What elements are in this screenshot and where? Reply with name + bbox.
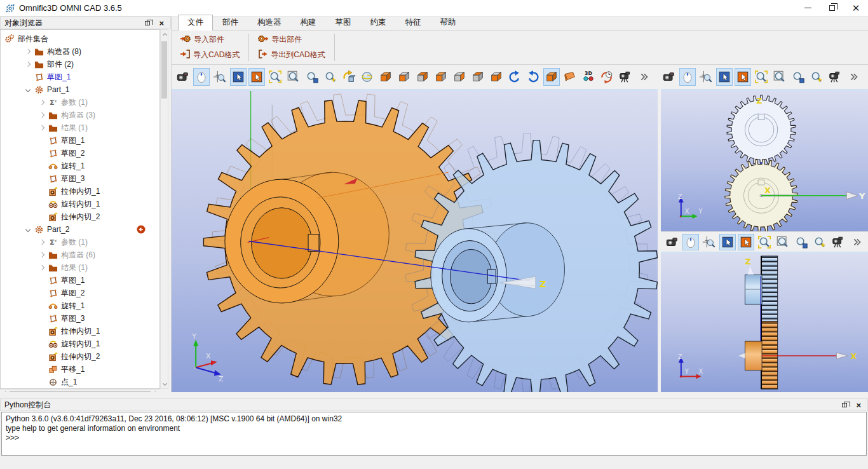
tree-item-草图_2[interactable]: 草图_2 [1, 147, 159, 160]
view-back-button[interactable] [414, 68, 431, 86]
tree-item-点_1[interactable]: 点_1 [1, 376, 159, 388]
view-iso-button[interactable] [377, 68, 394, 86]
zoom-fit-button[interactable] [267, 68, 283, 86]
zoom-in-button[interactable] [322, 68, 339, 86]
zoom-window-button[interactable] [775, 234, 791, 250]
mouse-select-button[interactable] [679, 68, 696, 86]
snapshot-button[interactable] [175, 68, 191, 86]
box-select-orange-button[interactable] [248, 68, 265, 86]
turntable-button[interactable] [599, 68, 615, 86]
tree-item-结果 (1)[interactable]: 结果 (1) [1, 121, 159, 134]
zoom-window-button[interactable] [285, 68, 302, 86]
front-view-viewport[interactable]: Z X Y Z X Y [661, 89, 868, 231]
box-select-orange-button[interactable] [735, 68, 751, 86]
zoom-selected-button[interactable] [304, 68, 320, 86]
view-top-button[interactable] [470, 68, 486, 86]
close-button[interactable]: ✕ [844, 0, 868, 16]
tab-构造器[interactable]: 构造器 [248, 15, 291, 30]
tree-item-拉伸内切_2[interactable]: 拉伸内切_2 [1, 350, 159, 363]
side-view-viewport[interactable]: Z X Z Y X [661, 252, 868, 392]
overflow-button[interactable] [635, 68, 652, 86]
render-mode-button[interactable] [617, 68, 634, 86]
expand-chevron-icon[interactable] [36, 266, 48, 269]
stereo-3d-button[interactable]: 3D [580, 68, 597, 86]
tree-item-平移_1[interactable]: 平移_1 [1, 363, 159, 376]
export-part-button[interactable]: 导出部件 [255, 33, 327, 46]
tab-帮助[interactable]: 帮助 [431, 15, 466, 30]
tree-item-草图_1[interactable]: 草图_1 [1, 274, 159, 287]
tab-草图[interactable]: 草图 [326, 15, 361, 30]
float-panel-icon[interactable] [842, 403, 847, 407]
box-select-blue-button[interactable] [719, 234, 736, 250]
zoom-selected-button[interactable] [793, 234, 810, 250]
expand-chevron-icon[interactable] [36, 113, 48, 117]
tree-item-Part_1[interactable]: Part_1 [1, 83, 159, 96]
tree-item-结果 (1)[interactable]: 结果 (1) [1, 261, 159, 274]
view-right-button[interactable] [451, 68, 468, 86]
main-3d-viewport[interactable]: Z Y X Z [172, 89, 658, 392]
mouse-select-button[interactable] [193, 68, 210, 86]
pick-point-button[interactable] [212, 68, 228, 86]
tree-item-部件 (2)[interactable]: 部件 (2) [1, 58, 159, 71]
zoom-fit-button[interactable] [753, 68, 770, 86]
box-select-blue-button[interactable] [716, 68, 733, 86]
expand-chevron-icon[interactable] [36, 126, 48, 130]
scroll-thumb[interactable] [161, 41, 167, 99]
tree-item-构造器 (8)[interactable]: 构造器 (8) [1, 45, 159, 58]
tree-item-参数 (1)[interactable]: Σx参数 (1) [1, 236, 159, 248]
zoom-window-button[interactable] [771, 68, 788, 86]
perspective-button[interactable] [543, 68, 560, 86]
overflow-button[interactable] [848, 234, 865, 250]
tree-item-拉伸内切_1[interactable]: 拉伸内切_1 [1, 185, 159, 198]
import-part-button[interactable]: 导入部件 [178, 33, 242, 46]
expand-chevron-icon[interactable] [22, 62, 34, 66]
clip-plane-button[interactable] [562, 68, 578, 86]
tree-item-旋转_1[interactable]: 旋转_1 [1, 160, 159, 172]
view-orientation-button[interactable] [359, 68, 376, 86]
import-cad-button[interactable]: 导入CAD格式 [178, 48, 242, 62]
expand-chevron-icon[interactable] [22, 50, 34, 53]
zoom-in-button[interactable] [808, 68, 825, 86]
close-panel-icon[interactable]: × [856, 401, 861, 409]
float-panel-icon[interactable] [145, 21, 150, 25]
tree-vertical-scrollbar[interactable] [160, 29, 168, 389]
tree-item-旋转_1[interactable]: 旋转_1 [1, 299, 159, 312]
expand-chevron-icon[interactable] [36, 240, 48, 244]
expand-chevron-icon[interactable] [36, 253, 48, 257]
tree-item-拉伸内切_1[interactable]: 拉伸内切_1 [1, 325, 159, 337]
render-mode-button[interactable] [830, 234, 846, 250]
python-console-output[interactable]: Python 3.6.0 (v3.6.0:41df79263a11, Dec 2… [1, 412, 867, 456]
tree-item-构造器 (6)[interactable]: 构造器 (6) [1, 248, 159, 261]
tree-item-草图_2[interactable]: 草图_2 [1, 287, 159, 299]
restore-button[interactable] [820, 0, 844, 16]
overflow-button[interactable] [845, 68, 862, 86]
box-select-orange-button[interactable] [738, 234, 754, 250]
expand-chevron-icon[interactable] [36, 100, 48, 104]
scroll-down-arrow[interactable] [161, 380, 169, 388]
undo-button[interactable] [506, 68, 523, 86]
mouse-select-button[interactable] [682, 234, 699, 250]
snapshot-button[interactable] [664, 234, 681, 250]
zoom-selected-button[interactable] [790, 68, 806, 86]
box-select-blue-button[interactable] [230, 68, 247, 86]
tab-文件[interactable]: 文件 [178, 15, 213, 31]
pick-point-button[interactable] [701, 234, 717, 250]
tree-item-参数 (1)[interactable]: Σx参数 (1) [1, 96, 159, 109]
tree-item-部件集合[interactable]: 部件集合 [1, 32, 159, 45]
render-mode-button[interactable] [827, 68, 843, 86]
tab-约束[interactable]: 约束 [361, 15, 396, 30]
rotate-view-button[interactable] [341, 68, 357, 86]
zoom-fit-button[interactable] [756, 234, 773, 250]
scroll-up-arrow[interactable] [161, 30, 169, 38]
close-panel-icon[interactable]: × [159, 19, 164, 27]
tab-特征[interactable]: 特征 [396, 15, 431, 30]
collapse-chevron-icon[interactable] [22, 228, 34, 231]
minimize-button[interactable] [796, 0, 820, 16]
tree-item-旋转内切_1[interactable]: 旋转内切_1 [1, 337, 159, 350]
pick-point-button[interactable] [698, 68, 714, 86]
tree-item-草图_1[interactable]: 草图_1 [1, 134, 159, 147]
tree-item-草图_3[interactable]: 草图_3 [1, 172, 159, 185]
view-bottom-button[interactable] [488, 68, 505, 86]
tree-item-拉伸内切_2[interactable]: 拉伸内切_2 [1, 210, 159, 223]
snapshot-button[interactable] [661, 68, 677, 86]
